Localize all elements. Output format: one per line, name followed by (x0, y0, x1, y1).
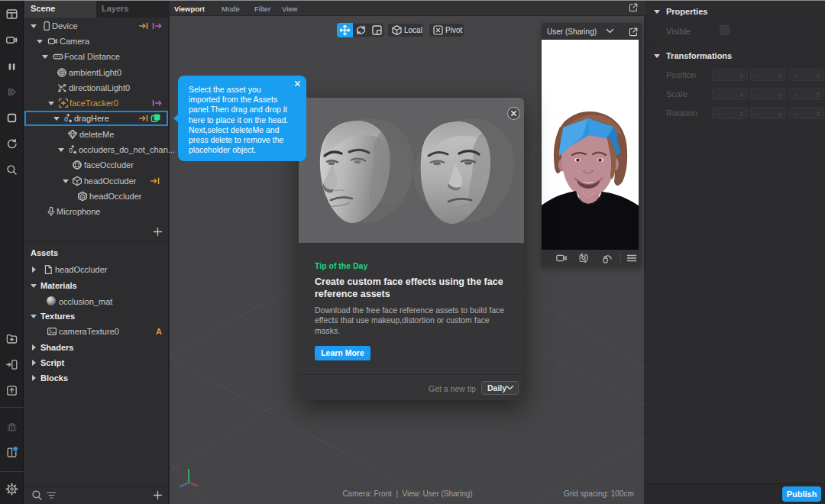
svg-text:0: 0 (69, 147, 73, 154)
